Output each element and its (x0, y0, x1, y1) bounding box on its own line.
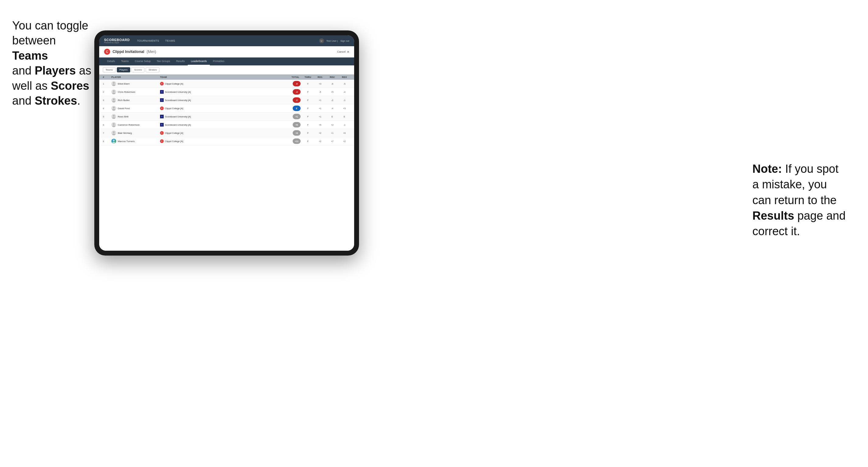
col-header-rd3: RD3 (338, 76, 350, 79)
col-header-total: TOTAL (280, 76, 302, 79)
rd3-4: +3 (338, 107, 350, 110)
sub-tab-strokes[interactable]: Strokes (146, 67, 159, 72)
team-cell-2: S Scoreboard University [A] (160, 90, 280, 94)
rd1-8: +2 (314, 140, 326, 143)
tab-details[interactable]: Details (104, 58, 118, 65)
svg-point-5 (113, 99, 115, 100)
rd2-8: +7 (326, 140, 338, 143)
rd3-2: -4 (338, 91, 350, 93)
rd1-3: +1 (314, 99, 326, 102)
team-logo-3: S (160, 98, 164, 102)
tab-teams[interactable]: Teams (118, 58, 132, 65)
tab-results[interactable]: Results (173, 58, 188, 65)
tab-course-setup[interactable]: Course Setup (132, 58, 154, 65)
team-cell-1: C Clippd College [A] (160, 82, 280, 86)
scoreboard-logo: SCOREBOARD Powered by clippd (104, 38, 130, 43)
player-name-cell-7: Blair McHarg (111, 130, 160, 135)
tournament-name: Clippd Invitational (113, 50, 144, 54)
player-name-4: David Ford (118, 107, 130, 110)
avatar-8 (111, 139, 116, 144)
player-name-cell-4: David Ford (111, 106, 160, 111)
rd3-3: -1 (338, 99, 350, 102)
svg-point-2 (112, 84, 115, 86)
player-name-6: Cameron Robertson (118, 124, 140, 126)
rank-5: 5 (103, 115, 111, 118)
avatar-5 (111, 114, 116, 119)
player-name-7: Blair McHarg (118, 132, 132, 134)
player-name-cell-5: Rees Britt (111, 114, 160, 119)
svg-point-11 (113, 123, 115, 125)
tournament-title: C Clippd Invitational (Men) (104, 49, 156, 55)
nav-link-tournaments[interactable]: TOURNAMENTS (134, 38, 161, 43)
rd2-2: +5 (326, 91, 338, 93)
team-cell-6: S Scoreboard University [A] (160, 123, 280, 127)
rd3-5: E (338, 115, 350, 118)
player-name-3: Rich Butler (118, 99, 130, 102)
tablet-screen: SCOREBOARD Powered by clippd TOURNAMENTS… (99, 35, 354, 251)
thru-3: F (302, 99, 314, 102)
sub-tab-teams[interactable]: Teams (103, 67, 116, 72)
player-name-5: Rees Britt (118, 115, 128, 118)
sub-tab-scores[interactable]: Scores (131, 67, 145, 72)
team-logo-1: C (160, 82, 164, 86)
rank-2: 2 (103, 91, 111, 93)
svg-point-10 (112, 117, 115, 119)
rd2-1: -6 (326, 83, 338, 85)
player-name-8: Marcus Turners (118, 140, 135, 143)
player-name-cell-2: Chris Robertson (111, 89, 160, 94)
svg-point-8 (112, 109, 115, 111)
team-logo-5: S (160, 115, 164, 118)
rd3-1: -5 (338, 83, 350, 85)
rank-4: 4 (103, 107, 111, 110)
score-badge-8: +11 (293, 138, 301, 144)
score-badge-1: -8 (293, 81, 301, 86)
avatar-7 (111, 130, 116, 135)
rd1-6: +5 (314, 124, 326, 126)
table-row: 2 Chris Robertson S Scoreboard Universit… (99, 88, 354, 96)
rd3-6: -1 (338, 124, 350, 126)
thru-6: F (302, 124, 314, 126)
score-badge-7: +8 (293, 130, 301, 136)
col-header-rd1: RD1 (314, 76, 326, 79)
table-row: 6 Cameron Robertson S Scoreboard Univers… (99, 121, 354, 129)
table-header: # PLAYER TEAM TOTAL THRU RD1 RD2 RD3 (99, 74, 354, 80)
top-nav: SCOREBOARD Powered by clippd TOURNAMENTS… (99, 35, 354, 46)
sign-out-link[interactable]: Sign out (340, 39, 349, 42)
score-badge-3: -2 (293, 97, 301, 103)
thru-2: F (302, 91, 314, 93)
team-logo-8: C (160, 139, 164, 143)
col-header-rd2: RD2 (326, 76, 338, 79)
table-row: 4 David Ford C Clippd College [A] E F (99, 104, 354, 113)
nav-link-teams[interactable]: TEAMS (163, 38, 178, 43)
svg-point-14 (112, 133, 115, 135)
svg-point-16 (112, 142, 115, 144)
svg-point-15 (113, 139, 115, 142)
team-cell-7: C Clippd College [A] (160, 131, 280, 135)
user-avatar: U (319, 38, 324, 43)
tournament-gender: (Men) (147, 50, 156, 54)
sub-tab-players[interactable]: Players (117, 67, 130, 72)
tab-tee-groups[interactable]: Tee Groups (154, 58, 173, 65)
rank-8: 8 (103, 140, 111, 143)
score-badge-5: +1 (293, 114, 301, 119)
col-header-thru: THRU (302, 76, 314, 79)
nav-user: U Test User | Sign out (319, 38, 349, 43)
rd1-2: -5 (314, 91, 326, 93)
rd2-4: -4 (326, 107, 338, 110)
thru-5: F (302, 115, 314, 118)
tablet-frame: SCOREBOARD Powered by clippd TOURNAMENTS… (94, 30, 359, 255)
left-annotation: You can toggle between Teams and Players… (12, 18, 91, 108)
team-logo-4: C (160, 106, 164, 110)
tab-leaderboards[interactable]: Leaderboards (188, 58, 210, 65)
thru-8: F (302, 140, 314, 143)
avatar-6 (111, 122, 116, 127)
col-header-team: TEAM (160, 76, 280, 79)
cancel-button[interactable]: Cancel ✕ (337, 50, 349, 54)
rd3-7: +6 (338, 132, 350, 134)
rd3-8: +2 (338, 140, 350, 143)
table-row: 8 Marcus Turners C Clippd College [A] +1… (99, 137, 354, 146)
tab-printables[interactable]: Printables (210, 58, 227, 65)
svg-point-9 (113, 115, 115, 117)
nav-links: TOURNAMENTS TEAMS (134, 38, 319, 43)
thru-4: F (302, 107, 314, 110)
